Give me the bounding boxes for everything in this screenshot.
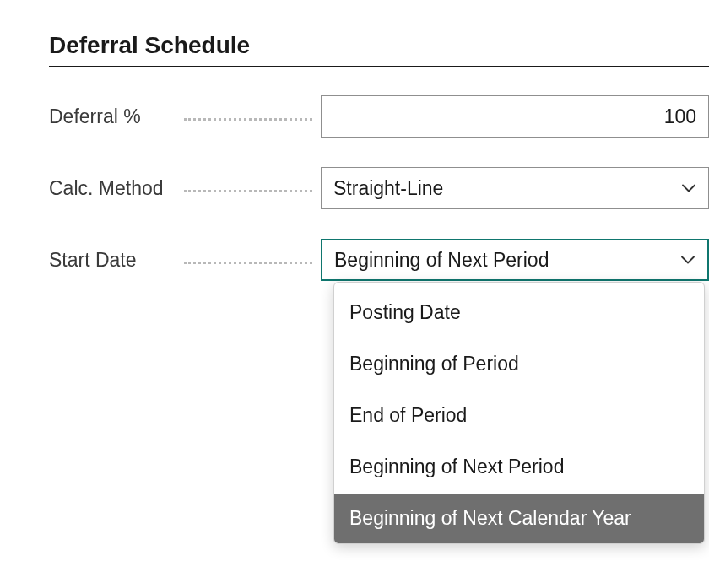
deferral-percent-input[interactable] [321, 95, 709, 138]
dropdown-item[interactable]: Beginning of Next Period [334, 442, 704, 492]
dropdown-item[interactable]: Beginning of Period [334, 339, 704, 389]
form-row-calc-method: Calc. Method Straight-Line [49, 167, 709, 209]
dropdown-item[interactable]: Posting Date [334, 288, 704, 337]
calc-method-value: Straight-Line [333, 177, 443, 200]
start-date-dropdown-menu[interactable]: Posting Date Beginning of Period End of … [333, 282, 705, 544]
dotted-leader [184, 262, 312, 264]
form-row-deferral-percent: Deferral % [49, 95, 709, 138]
dotted-leader [184, 118, 312, 121]
start-date-value: Beginning of Next Period [334, 249, 549, 272]
form-row-start-date: Start Date Beginning of Next Period [49, 239, 709, 281]
deferral-percent-label: Deferral % [49, 105, 184, 128]
start-date-select[interactable]: Beginning of Next Period [321, 239, 709, 281]
start-date-label: Start Date [49, 249, 184, 272]
calc-method-select[interactable]: Straight-Line [321, 167, 709, 209]
chevron-down-icon [681, 181, 696, 196]
dotted-leader [184, 190, 312, 192]
calc-method-label: Calc. Method [49, 177, 184, 200]
chevron-down-icon [680, 252, 695, 267]
dropdown-item[interactable]: End of Period [334, 391, 704, 440]
dropdown-item[interactable]: Beginning of Next Calendar Year [334, 494, 704, 543]
section-title: Deferral Schedule [49, 32, 709, 67]
